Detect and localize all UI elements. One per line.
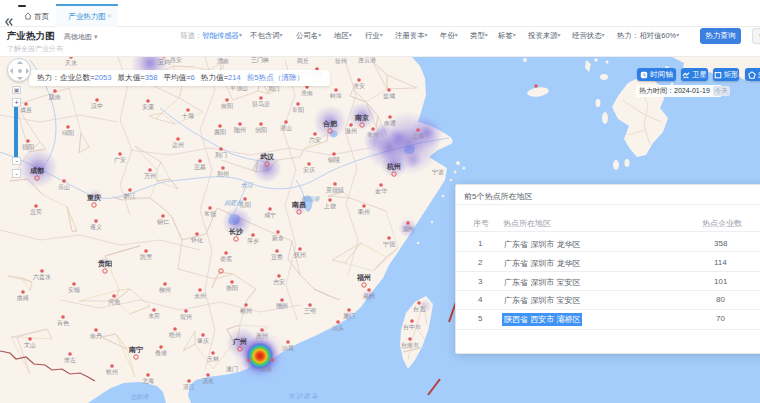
svg-text:南阳: 南阳	[221, 103, 233, 110]
svg-text:肇庆: 肇庆	[197, 337, 209, 344]
svg-text:澳门: 澳门	[226, 365, 238, 373]
svg-text:湛江: 湛江	[183, 384, 195, 390]
svg-text:萍乡: 萍乡	[247, 238, 259, 244]
svg-text:郴州: 郴州	[240, 308, 252, 314]
svg-text:北部湾: 北部湾	[130, 393, 149, 400]
svg-text:安顺: 安顺	[68, 286, 80, 293]
svg-text:凯里: 凯里	[140, 254, 153, 261]
svg-text:上海: 上海	[411, 133, 424, 139]
svg-text:宜春: 宜春	[271, 253, 283, 261]
svg-text:新余: 新余	[272, 234, 284, 242]
svg-text:徐州: 徐州	[335, 58, 347, 65]
svg-text:连云港: 连云港	[358, 57, 376, 64]
svg-text:温州: 温州	[402, 225, 414, 232]
svg-text:十堰: 十堰	[181, 112, 194, 119]
svg-text:景德镇: 景德镇	[326, 187, 344, 194]
svg-text:宝鸡: 宝鸡	[158, 58, 170, 65]
svg-text:滁州: 滁州	[345, 128, 357, 134]
svg-text:铜仁: 铜仁	[156, 218, 169, 225]
svg-text:南通: 南通	[384, 119, 396, 126]
svg-text:永州: 永州	[194, 292, 206, 299]
svg-text:南京: 南京	[354, 113, 369, 122]
svg-text:常德: 常德	[204, 211, 217, 218]
svg-text:吉安: 吉安	[273, 278, 285, 286]
svg-text:北海: 北海	[142, 377, 154, 385]
svg-text:安庆: 安庆	[303, 166, 315, 173]
svg-text:绵阳: 绵阳	[62, 130, 74, 137]
svg-text:厦门: 厦门	[343, 312, 355, 320]
svg-text:南昌: 南昌	[291, 201, 306, 209]
svg-text:崇左: 崇左	[64, 357, 76, 363]
svg-text:乐山: 乐山	[58, 184, 70, 190]
svg-text:广州: 广州	[232, 337, 247, 346]
svg-text:遵义: 遵义	[90, 223, 102, 230]
svg-text:淮安: 淮安	[353, 82, 365, 89]
svg-text:香港: 香港	[260, 365, 272, 373]
svg-text:怀化: 怀化	[190, 237, 203, 244]
svg-text:台中市: 台中市	[403, 323, 421, 331]
svg-text:柳州: 柳州	[159, 287, 171, 293]
svg-text:汕尾: 汕尾	[282, 345, 294, 351]
svg-text:万州: 万州	[144, 173, 156, 179]
svg-text:六安: 六安	[309, 136, 321, 143]
svg-text:随州: 随州	[234, 126, 246, 134]
svg-text:广安: 广安	[114, 156, 126, 163]
svg-text:三明: 三明	[304, 308, 316, 314]
svg-text:襄阳: 襄阳	[214, 128, 226, 136]
svg-text:重庆: 重庆	[86, 193, 101, 202]
svg-text:信阳: 信阳	[255, 127, 267, 134]
svg-text:衡阳: 衡阳	[226, 285, 238, 292]
svg-text:潜山: 潜山	[280, 125, 292, 132]
svg-text:娄底: 娄底	[220, 255, 232, 262]
svg-text:渭南: 渭南	[217, 57, 229, 64]
svg-text:福州: 福州	[356, 273, 371, 282]
svg-text:抚州: 抚州	[293, 252, 306, 258]
svg-text:洞庭湖: 洞庭湖	[224, 199, 243, 206]
svg-text:达州: 达州	[172, 142, 184, 149]
svg-text:六盘水: 六盘水	[33, 273, 51, 280]
svg-text:宁德: 宁德	[383, 240, 396, 248]
svg-text:德阳: 德阳	[22, 144, 34, 151]
svg-text:周口: 周口	[268, 86, 280, 93]
svg-text:百色: 百色	[57, 320, 70, 327]
svg-text:河池: 河池	[108, 299, 120, 306]
svg-text:荆门: 荆门	[215, 151, 227, 158]
svg-text:来宾: 来宾	[148, 312, 160, 319]
svg-text:常州: 常州	[367, 132, 379, 138]
svg-text:文山: 文山	[24, 341, 36, 348]
svg-text:鄱阳湖: 鄱阳湖	[301, 196, 320, 202]
svg-text:南丹: 南丹	[90, 333, 102, 339]
svg-text:商丘: 商丘	[297, 57, 309, 64]
svg-text:宁波: 宁波	[432, 168, 444, 175]
svg-text:泉州: 泉州	[362, 293, 375, 299]
svg-text:咸宁: 咸宁	[264, 211, 276, 218]
svg-text:曲靖: 曲靖	[17, 295, 29, 302]
svg-text:衢州: 衢州	[357, 208, 370, 216]
svg-text:贺州: 贺州	[180, 314, 192, 321]
svg-text:梧州: 梧州	[168, 331, 181, 339]
svg-text:杭州: 杭州	[386, 162, 401, 171]
svg-text:铜陵: 铜陵	[327, 156, 340, 163]
svg-text:成县: 成县	[20, 107, 32, 113]
svg-text:黔江: 黔江	[123, 193, 136, 199]
svg-text:贵阳: 贵阳	[97, 259, 112, 268]
svg-text:南宁: 南宁	[128, 345, 143, 354]
svg-text:贵港: 贵港	[155, 350, 167, 357]
svg-text:陇南: 陇南	[49, 93, 61, 101]
svg-text:武汉: 武汉	[260, 153, 275, 161]
svg-text:三门峡: 三门峡	[251, 57, 269, 63]
svg-text:淮南: 淮南	[301, 90, 313, 96]
svg-text:玉林: 玉林	[207, 356, 220, 362]
svg-text:安康: 安康	[142, 103, 154, 111]
svg-text:宜昌: 宜昌	[194, 163, 206, 171]
svg-text:阜阳: 阜阳	[292, 107, 304, 114]
svg-text:台南市: 台南市	[401, 341, 419, 349]
svg-text:钦州: 钦州	[105, 368, 118, 375]
svg-text:天水: 天水	[65, 60, 77, 66]
svg-text:荆州: 荆州	[217, 171, 229, 177]
svg-text:长沙: 长沙	[228, 228, 244, 236]
svg-text:西安: 西安	[170, 57, 182, 64]
svg-text:东 沙 群 岛: 东 沙 群 岛	[288, 392, 317, 399]
svg-text:长江: 长江	[241, 182, 254, 188]
svg-text:盐城: 盐城	[383, 93, 395, 99]
